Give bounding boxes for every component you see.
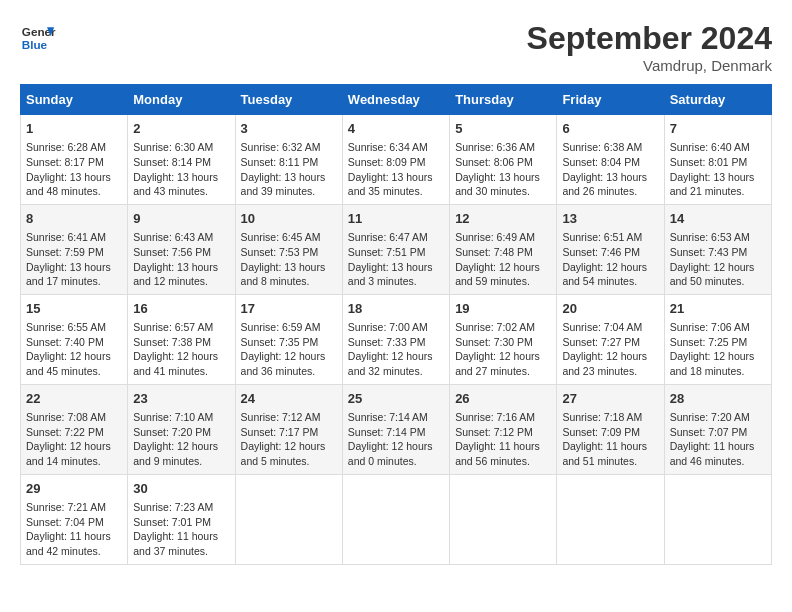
day-number: 21 (670, 300, 766, 318)
logo: General Blue (20, 20, 56, 56)
day-number: 19 (455, 300, 551, 318)
calendar-cell: 8Sunrise: 6:41 AM Sunset: 7:59 PM Daylig… (21, 204, 128, 294)
calendar-cell: 7Sunrise: 6:40 AM Sunset: 8:01 PM Daylig… (664, 115, 771, 205)
weekday-header-row: SundayMondayTuesdayWednesdayThursdayFrid… (21, 85, 772, 115)
title-area: September 2024 Vamdrup, Denmark (527, 20, 772, 74)
day-number: 12 (455, 210, 551, 228)
day-info: Sunrise: 7:04 AM Sunset: 7:27 PM Dayligh… (562, 320, 658, 379)
calendar-cell: 5Sunrise: 6:36 AM Sunset: 8:06 PM Daylig… (450, 115, 557, 205)
calendar-cell: 12Sunrise: 6:49 AM Sunset: 7:48 PM Dayli… (450, 204, 557, 294)
day-info: Sunrise: 6:30 AM Sunset: 8:14 PM Dayligh… (133, 140, 229, 199)
day-number: 30 (133, 480, 229, 498)
day-info: Sunrise: 7:08 AM Sunset: 7:22 PM Dayligh… (26, 410, 122, 469)
calendar-cell: 4Sunrise: 6:34 AM Sunset: 8:09 PM Daylig… (342, 115, 449, 205)
calendar-cell: 24Sunrise: 7:12 AM Sunset: 7:17 PM Dayli… (235, 384, 342, 474)
day-info: Sunrise: 6:36 AM Sunset: 8:06 PM Dayligh… (455, 140, 551, 199)
calendar-cell: 6Sunrise: 6:38 AM Sunset: 8:04 PM Daylig… (557, 115, 664, 205)
day-info: Sunrise: 7:21 AM Sunset: 7:04 PM Dayligh… (26, 500, 122, 559)
calendar-cell (235, 474, 342, 564)
location: Vamdrup, Denmark (527, 57, 772, 74)
day-number: 2 (133, 120, 229, 138)
day-info: Sunrise: 6:57 AM Sunset: 7:38 PM Dayligh… (133, 320, 229, 379)
header: General Blue September 2024 Vamdrup, Den… (20, 20, 772, 74)
day-info: Sunrise: 6:34 AM Sunset: 8:09 PM Dayligh… (348, 140, 444, 199)
calendar-cell: 13Sunrise: 6:51 AM Sunset: 7:46 PM Dayli… (557, 204, 664, 294)
calendar-cell: 22Sunrise: 7:08 AM Sunset: 7:22 PM Dayli… (21, 384, 128, 474)
calendar-cell: 19Sunrise: 7:02 AM Sunset: 7:30 PM Dayli… (450, 294, 557, 384)
day-info: Sunrise: 6:59 AM Sunset: 7:35 PM Dayligh… (241, 320, 337, 379)
weekday-header-wednesday: Wednesday (342, 85, 449, 115)
day-number: 6 (562, 120, 658, 138)
calendar-cell: 17Sunrise: 6:59 AM Sunset: 7:35 PM Dayli… (235, 294, 342, 384)
day-number: 3 (241, 120, 337, 138)
day-number: 10 (241, 210, 337, 228)
week-row-2: 8Sunrise: 6:41 AM Sunset: 7:59 PM Daylig… (21, 204, 772, 294)
day-number: 24 (241, 390, 337, 408)
day-info: Sunrise: 7:20 AM Sunset: 7:07 PM Dayligh… (670, 410, 766, 469)
calendar-cell: 21Sunrise: 7:06 AM Sunset: 7:25 PM Dayli… (664, 294, 771, 384)
weekday-header-tuesday: Tuesday (235, 85, 342, 115)
day-number: 16 (133, 300, 229, 318)
day-info: Sunrise: 6:28 AM Sunset: 8:17 PM Dayligh… (26, 140, 122, 199)
calendar-cell: 27Sunrise: 7:18 AM Sunset: 7:09 PM Dayli… (557, 384, 664, 474)
calendar-cell: 18Sunrise: 7:00 AM Sunset: 7:33 PM Dayli… (342, 294, 449, 384)
calendar-cell: 3Sunrise: 6:32 AM Sunset: 8:11 PM Daylig… (235, 115, 342, 205)
day-info: Sunrise: 6:41 AM Sunset: 7:59 PM Dayligh… (26, 230, 122, 289)
calendar-cell (557, 474, 664, 564)
calendar-cell: 15Sunrise: 6:55 AM Sunset: 7:40 PM Dayli… (21, 294, 128, 384)
day-info: Sunrise: 7:14 AM Sunset: 7:14 PM Dayligh… (348, 410, 444, 469)
weekday-header-friday: Friday (557, 85, 664, 115)
day-number: 23 (133, 390, 229, 408)
calendar-cell: 14Sunrise: 6:53 AM Sunset: 7:43 PM Dayli… (664, 204, 771, 294)
day-number: 29 (26, 480, 122, 498)
day-info: Sunrise: 6:51 AM Sunset: 7:46 PM Dayligh… (562, 230, 658, 289)
day-info: Sunrise: 6:32 AM Sunset: 8:11 PM Dayligh… (241, 140, 337, 199)
calendar-table: SundayMondayTuesdayWednesdayThursdayFrid… (20, 84, 772, 565)
calendar-cell: 29Sunrise: 7:21 AM Sunset: 7:04 PM Dayli… (21, 474, 128, 564)
calendar-cell: 28Sunrise: 7:20 AM Sunset: 7:07 PM Dayli… (664, 384, 771, 474)
calendar-cell (664, 474, 771, 564)
calendar-cell: 10Sunrise: 6:45 AM Sunset: 7:53 PM Dayli… (235, 204, 342, 294)
day-info: Sunrise: 6:53 AM Sunset: 7:43 PM Dayligh… (670, 230, 766, 289)
calendar-cell: 26Sunrise: 7:16 AM Sunset: 7:12 PM Dayli… (450, 384, 557, 474)
day-number: 26 (455, 390, 551, 408)
day-info: Sunrise: 7:06 AM Sunset: 7:25 PM Dayligh… (670, 320, 766, 379)
day-number: 14 (670, 210, 766, 228)
day-info: Sunrise: 7:23 AM Sunset: 7:01 PM Dayligh… (133, 500, 229, 559)
day-number: 13 (562, 210, 658, 228)
day-info: Sunrise: 7:02 AM Sunset: 7:30 PM Dayligh… (455, 320, 551, 379)
day-info: Sunrise: 6:55 AM Sunset: 7:40 PM Dayligh… (26, 320, 122, 379)
day-number: 20 (562, 300, 658, 318)
day-info: Sunrise: 6:45 AM Sunset: 7:53 PM Dayligh… (241, 230, 337, 289)
calendar-cell: 9Sunrise: 6:43 AM Sunset: 7:56 PM Daylig… (128, 204, 235, 294)
calendar-cell: 16Sunrise: 6:57 AM Sunset: 7:38 PM Dayli… (128, 294, 235, 384)
month-title: September 2024 (527, 20, 772, 57)
weekday-header-sunday: Sunday (21, 85, 128, 115)
day-info: Sunrise: 6:38 AM Sunset: 8:04 PM Dayligh… (562, 140, 658, 199)
day-number: 18 (348, 300, 444, 318)
day-number: 28 (670, 390, 766, 408)
day-number: 5 (455, 120, 551, 138)
day-info: Sunrise: 6:40 AM Sunset: 8:01 PM Dayligh… (670, 140, 766, 199)
weekday-header-thursday: Thursday (450, 85, 557, 115)
calendar-cell: 30Sunrise: 7:23 AM Sunset: 7:01 PM Dayli… (128, 474, 235, 564)
week-row-5: 29Sunrise: 7:21 AM Sunset: 7:04 PM Dayli… (21, 474, 772, 564)
day-number: 7 (670, 120, 766, 138)
day-number: 11 (348, 210, 444, 228)
calendar-cell (450, 474, 557, 564)
day-info: Sunrise: 6:47 AM Sunset: 7:51 PM Dayligh… (348, 230, 444, 289)
day-info: Sunrise: 7:10 AM Sunset: 7:20 PM Dayligh… (133, 410, 229, 469)
week-row-1: 1Sunrise: 6:28 AM Sunset: 8:17 PM Daylig… (21, 115, 772, 205)
calendar-cell: 1Sunrise: 6:28 AM Sunset: 8:17 PM Daylig… (21, 115, 128, 205)
day-number: 17 (241, 300, 337, 318)
calendar-cell: 25Sunrise: 7:14 AM Sunset: 7:14 PM Dayli… (342, 384, 449, 474)
day-number: 22 (26, 390, 122, 408)
day-info: Sunrise: 7:18 AM Sunset: 7:09 PM Dayligh… (562, 410, 658, 469)
day-number: 4 (348, 120, 444, 138)
day-number: 8 (26, 210, 122, 228)
day-info: Sunrise: 7:00 AM Sunset: 7:33 PM Dayligh… (348, 320, 444, 379)
calendar-cell: 23Sunrise: 7:10 AM Sunset: 7:20 PM Dayli… (128, 384, 235, 474)
day-number: 1 (26, 120, 122, 138)
week-row-4: 22Sunrise: 7:08 AM Sunset: 7:22 PM Dayli… (21, 384, 772, 474)
weekday-header-monday: Monday (128, 85, 235, 115)
